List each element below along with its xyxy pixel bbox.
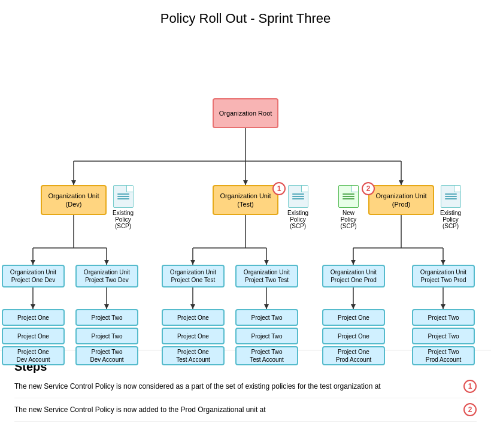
node-root: Organization Root — [213, 98, 278, 128]
policy-prod-exist: ExistingPolicy(SCP) — [440, 185, 461, 229]
acct-proj1-prod-top: Project One — [322, 309, 385, 326]
node-sub-proj1-test: Organization UnitProject One Test — [162, 265, 225, 287]
svg-marker-24 — [190, 260, 195, 265]
acct-proj1-dev-mid: Project One — [2, 328, 65, 344]
svg-marker-27 — [190, 304, 195, 309]
svg-marker-5 — [71, 180, 76, 185]
acct-proj1-prod-mid: Project One — [322, 328, 385, 344]
acct-proj2-test-bot: Project TwoTest Account — [235, 346, 298, 365]
step-1-text: The new Service Control Policy is now co… — [14, 382, 460, 391]
acct-proj2-dev-mid: Project Two — [75, 328, 138, 344]
node-ou-dev: Organization Unit(Dev) — [41, 185, 107, 215]
acct-proj1-dev-bot: Project OneDev Account — [2, 346, 65, 365]
svg-marker-37 — [351, 304, 356, 309]
badge-1: 1 — [272, 182, 286, 195]
acct-proj2-prod-bot: Project TwoProd Account — [412, 346, 475, 365]
acct-proj1-test-top: Project One — [162, 309, 225, 326]
acct-proj1-prod-bot: Project OneProd Account — [322, 346, 385, 365]
node-ou-prod: Organization Unit(Prod) — [368, 185, 434, 215]
acct-proj2-test-top: Project Two — [235, 309, 298, 326]
node-sub-proj1-prod: Organization UnitProject One Prod — [322, 265, 385, 287]
acct-proj1-dev-top: Project One — [2, 309, 65, 326]
svg-marker-29 — [264, 304, 269, 309]
acct-proj2-prod-top: Project Two — [412, 309, 475, 326]
svg-marker-19 — [104, 304, 109, 309]
node-sub-proj2-test: Organization UnitProject Two Test — [235, 265, 298, 287]
acct-proj2-prod-mid: Project Two — [412, 328, 475, 344]
svg-marker-13 — [104, 260, 109, 265]
svg-marker-6 — [243, 180, 248, 185]
step-2-text: The new Service Control Policy is now ad… — [14, 405, 460, 414]
svg-marker-34 — [351, 260, 356, 265]
svg-marker-39 — [441, 304, 445, 309]
page-title: Policy Roll Out - Sprint Three — [0, 0, 491, 32]
node-sub-proj1-dev: Organization UnitProject One Dev — [2, 265, 65, 287]
step-1-row: The new Service Control Policy is now co… — [14, 380, 477, 398]
acct-proj2-dev-bot: Project TwoDev Account — [75, 346, 138, 365]
badge-2: 2 — [362, 182, 375, 195]
acct-proj2-test-mid: Project Two — [235, 328, 298, 344]
node-sub-proj2-prod: Organization UnitProject Two Prod — [412, 265, 475, 287]
acct-proj1-test-bot: Project OneTest Account — [162, 346, 225, 365]
step-2-badge: 2 — [463, 403, 477, 416]
node-sub-proj2-dev: Organization UnitProject Two Dev — [75, 265, 138, 287]
svg-marker-12 — [31, 260, 35, 265]
svg-marker-35 — [441, 260, 445, 265]
step-2-row: The new Service Control Policy is now ad… — [14, 403, 477, 422]
policy-dev: ExistingPolicy(SCP) — [113, 185, 134, 229]
acct-proj1-test-mid: Project One — [162, 328, 225, 344]
acct-proj2-dev-top: Project Two — [75, 309, 138, 326]
diagram-area: Organization Root Organization Unit(Dev)… — [0, 32, 491, 350]
step-1-badge: 1 — [463, 380, 477, 393]
policy-test: ExistingPolicy(SCP) — [287, 185, 308, 229]
svg-marker-7 — [399, 180, 404, 185]
node-ou-test: Organization Unit(Test) — [213, 185, 278, 215]
svg-marker-25 — [264, 260, 269, 265]
policy-prod-new: NewPolicy(SCP) — [338, 185, 359, 229]
svg-marker-16 — [31, 304, 35, 309]
